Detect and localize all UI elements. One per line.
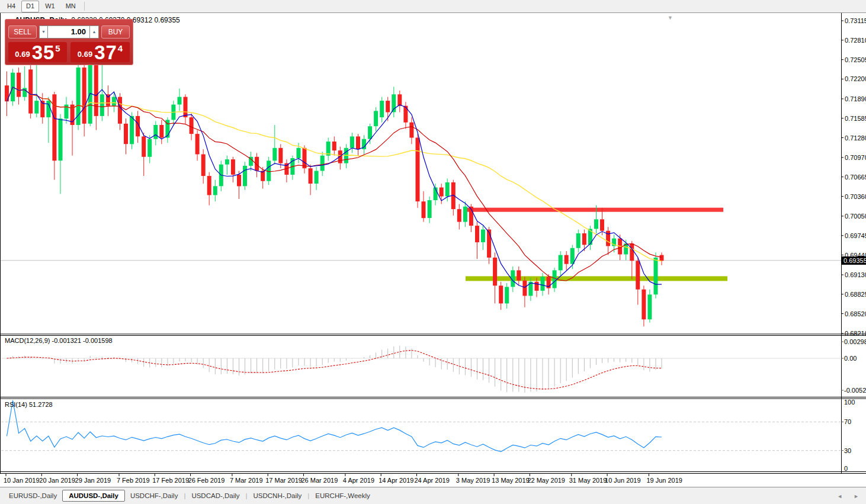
timeframe-button-w1[interactable]: W1 <box>40 1 60 12</box>
price-axis-label: 0.68520 <box>845 310 866 317</box>
date-axis-label: 14 Apr 2019 <box>379 477 413 484</box>
buy-price-prefix: 0.69 <box>78 50 92 59</box>
chart-canvas <box>0 0 866 504</box>
toolbar-separator <box>84 2 85 11</box>
date-axis-label: 10 Jan 2019 <box>4 477 40 484</box>
price-axis-label: 0.72810 <box>845 37 866 44</box>
price-axis-label: 0.71585 <box>845 115 866 122</box>
volume-input[interactable]: 1.00 <box>47 25 90 38</box>
macd-scale-label: 0.00 <box>844 355 857 362</box>
sell-price-prefix: 0.69 <box>15 50 30 59</box>
price-axis-label: 0.70665 <box>845 174 866 181</box>
macd-indicator-label: MACD(12,26,9) -0.001321 -0.001598 <box>5 337 113 344</box>
timeframe-button-mn[interactable]: MN <box>61 1 81 12</box>
current-price-badge: 0.69355 <box>842 256 866 265</box>
tab-scroll-left-icon[interactable]: ◄ <box>837 493 842 499</box>
rsi-indicator-label: RSI(14) 51.2728 <box>5 401 53 408</box>
date-axis-label: 7 Mar 2019 <box>230 477 263 484</box>
date-axis-label: 29 Jan 2019 <box>75 477 111 484</box>
buy-price-big: 37 <box>94 44 117 61</box>
date-axis-label: 22 May 2019 <box>527 477 565 484</box>
timeframe-button-h4[interactable]: H4 <box>2 1 20 12</box>
date-axis-label: 17 Feb 2019 <box>152 477 189 484</box>
tab-scroll-arrows: ◄ ► <box>837 487 859 504</box>
tab-usdchf-daily[interactable]: USDCHF-,Daily <box>125 492 184 499</box>
macd-scale-label: 0.002984 <box>844 338 866 345</box>
volume-decrease-icon[interactable]: ▼ <box>39 25 48 38</box>
price-axis-label: 0.72200 <box>845 75 866 82</box>
price-axis-label: 0.69745 <box>845 232 866 239</box>
macd-scale-label: -0.005256 <box>844 387 866 394</box>
date-axis-label: 17 Mar 2019 <box>265 477 302 484</box>
sell-button[interactable]: SELL <box>8 25 37 38</box>
price-axis-label: 0.69130 <box>845 271 866 278</box>
date-axis-label: 31 May 2019 <box>569 477 607 484</box>
date-axis-label: 13 May 2019 <box>492 477 530 484</box>
tab-usdcad-daily[interactable]: USDCAD-,Daily <box>186 492 245 499</box>
tab-audusd-daily[interactable]: AUDUSD-,Daily <box>62 490 125 502</box>
date-axis-label: 26 Mar 2019 <box>302 477 338 484</box>
price-axis-label: 0.72505 <box>845 56 866 63</box>
date-axis-label: 24 Apr 2019 <box>414 477 449 484</box>
price-axis-label: 0.71890 <box>845 95 866 102</box>
price-axis-label: 0.71280 <box>845 134 866 142</box>
tab-eurchf-weekly[interactable]: EURCHF-,Weekly <box>310 492 375 499</box>
date-axis-label: 20 Jan 2019 <box>39 477 75 484</box>
rsi-scale-label: 30 <box>844 447 851 454</box>
scroll-to-end-icon[interactable]: ▼ <box>668 15 673 21</box>
date-axis-label: 3 May 2019 <box>456 477 490 484</box>
volume-increase-icon[interactable]: ▲ <box>90 25 99 38</box>
timeframe-toolbar: H4D1W1MN <box>0 0 866 13</box>
date-axis-label: 26 Feb 2019 <box>188 477 225 484</box>
price-axis-label: 0.70050 <box>845 213 866 220</box>
timeframe-button-d1[interactable]: D1 <box>21 1 39 12</box>
buy-price-quote[interactable]: 0.69374 <box>70 42 130 62</box>
sell-price-big: 35 <box>32 44 55 61</box>
tab-eurusd-daily[interactable]: EURUSD-,Daily <box>4 492 62 499</box>
price-axis-label: 0.68210 <box>845 330 866 337</box>
symbol-tab-bar: EURUSD-,DailyAUDUSD-,DailyUSDCHF-,Daily|… <box>0 487 866 504</box>
sell-price-pip: 5 <box>55 43 60 53</box>
buy-button[interactable]: BUY <box>101 25 130 38</box>
date-axis-label: 4 Apr 2019 <box>343 477 374 484</box>
date-axis-label: 10 Jun 2019 <box>605 477 641 484</box>
date-axis-label: 19 Jun 2019 <box>646 477 682 484</box>
price-axis-label: 0.73115 <box>845 17 866 24</box>
price-axis-label: 0.68825 <box>845 291 866 298</box>
buy-price-pip: 4 <box>118 43 123 53</box>
rsi-scale-label: 100 <box>844 399 855 406</box>
one-click-trade-panel: SELL ▼ 1.00 ▲ BUY 0.69355 0.69374 <box>5 19 133 65</box>
price-axis-label: 0.70360 <box>845 193 866 200</box>
tab-scroll-right-icon[interactable]: ► <box>854 493 859 499</box>
price-axis-label: 0.70970 <box>845 154 866 161</box>
tab-usdcnh-daily[interactable]: USDCNH-,Daily <box>248 492 307 499</box>
rsi-scale-label: 70 <box>844 418 851 425</box>
rsi-scale-label: 0 <box>844 465 848 472</box>
mt4-window: { "toolbar": { "timeframes": [ {"label":… <box>0 0 866 504</box>
sell-price-quote[interactable]: 0.69355 <box>8 42 67 62</box>
date-axis-label: 7 Feb 2019 <box>117 477 150 484</box>
